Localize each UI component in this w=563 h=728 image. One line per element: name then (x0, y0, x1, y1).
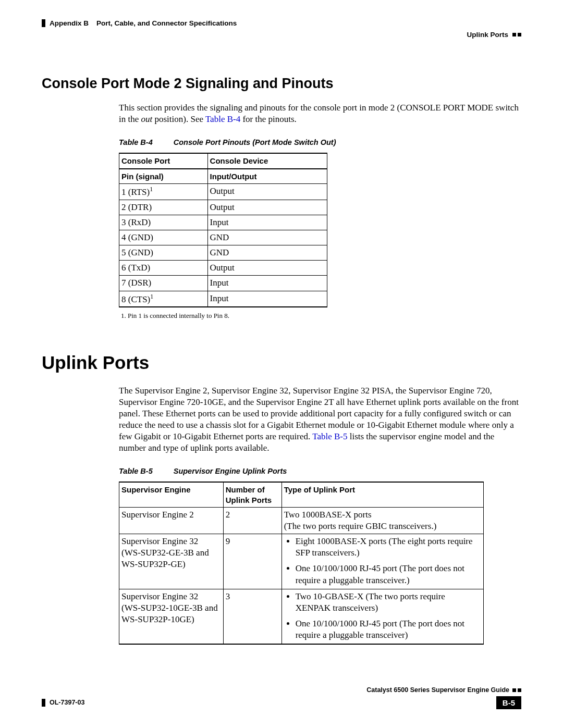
table-cell-type: Two 10-GBASE-X (The two ports require XE… (282, 589, 483, 644)
table-b4: Console Port Console Device Pin (signal)… (119, 153, 327, 307)
footer-guide: Catalyst 6500 Series Supervisor Engine G… (366, 686, 509, 694)
running-header-left: Appendix B Port, Cable, and Connector Sp… (42, 19, 521, 28)
table-cell-pin: 4 (GND) (119, 230, 208, 245)
page-footer: Catalyst 6500 Series Supervisor Engine G… (42, 686, 521, 709)
table-cell-engine: Supervisor Engine 32(WS-SUP32-10GE-3B an… (119, 589, 224, 644)
table-cell-type: Eight 1000BASE-X ports (The eight ports … (282, 534, 483, 589)
table-b5-caption: Table B-5 Supervisor Engine Uplink Ports (119, 466, 521, 476)
t1-header-io: Input/Output (207, 169, 327, 184)
footer-doc: OL-7397-03 (50, 698, 84, 707)
table-cell-io: Input (207, 215, 327, 230)
table-cell-io: Input (207, 291, 327, 307)
table-b4-caption: Table B-4 Console Port Pinouts (Port Mod… (119, 138, 521, 147)
table-cell-engine: Supervisor Engine 32(WS-SUP32-GE-3B and … (119, 534, 224, 589)
page-number: B-5 (496, 696, 521, 710)
t2-header-type: Type of Uplink Port (282, 482, 483, 508)
table-cell-io: Output (207, 261, 327, 276)
table-b4-footnote: 1. Pin 1 is connected internally to Pin … (121, 312, 521, 320)
t1-header-console-port: Console Port (119, 153, 208, 169)
table-cell-io: GND (207, 245, 327, 261)
table-b5: Supervisor Engine Number ofUplink Ports … (119, 482, 484, 645)
t2-header-num: Number ofUplink Ports (223, 482, 282, 508)
table-cell-io: Input (207, 276, 327, 291)
table-cell-io: Output (207, 200, 327, 215)
running-header-right: Uplink Ports (42, 30, 521, 40)
section2-paragraph: The Supervisor Engine 2, Supervisor Engi… (119, 385, 521, 454)
table-cell-pin: 6 (TxD) (119, 261, 208, 276)
table-cell-num: 2 (223, 508, 282, 534)
section-title-uplink: Uplink Ports (42, 351, 521, 375)
section-title-console: Console Port Mode 2 Signaling and Pinout… (42, 75, 521, 93)
t2-header-engine: Supervisor Engine (119, 482, 224, 508)
table-cell-io: GND (207, 230, 327, 245)
link-table-b5[interactable]: Table B-5 (312, 431, 347, 441)
table-cell-io: Output (207, 184, 327, 200)
link-table-b4[interactable]: Table B-4 (205, 114, 240, 124)
table-cell-num: 3 (223, 589, 282, 644)
table-cell-pin: 7 (DSR) (119, 276, 208, 291)
section1-paragraph: This section provides the signaling and … (119, 102, 521, 125)
table-cell-num: 9 (223, 534, 282, 589)
table-cell-pin: 8 (CTS)1 (119, 291, 208, 307)
table-cell-type: Two 1000BASE-X ports(The two ports requi… (282, 508, 483, 534)
t1-header-pin: Pin (signal) (119, 169, 208, 184)
table-cell-engine: Supervisor Engine 2 (119, 508, 224, 534)
table-cell-pin: 2 (DTR) (119, 200, 208, 215)
table-cell-pin: 3 (RxD) (119, 215, 208, 230)
table-cell-pin: 5 (GND) (119, 245, 208, 261)
table-cell-pin: 1 (RTS)1 (119, 184, 208, 200)
t1-header-console-device: Console Device (207, 153, 327, 169)
